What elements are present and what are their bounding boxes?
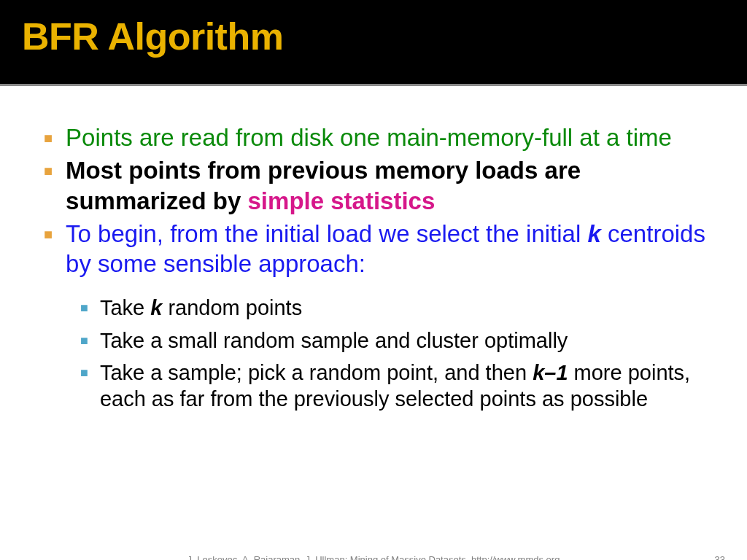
slide: BFR Algorithm ■ Points are read from dis… xyxy=(0,0,747,560)
title-bar: BFR Algorithm xyxy=(0,0,747,84)
sub-bullet-marker-icon: ■ xyxy=(80,333,88,349)
bullet-marker-icon: ■ xyxy=(44,163,53,179)
sub-3-a: Take a sample; pick a random point, and … xyxy=(100,361,533,384)
bullet-2-text: Most points from previous memory loads a… xyxy=(66,155,718,216)
page-number: 33 xyxy=(715,554,725,560)
bullet-marker-icon: ■ xyxy=(44,130,53,147)
sub-1-k: k xyxy=(150,296,162,319)
bullet-3-text: To begin, from the initial load we selec… xyxy=(66,219,718,279)
sub-bullet-2: ■ Take a small random sample and cluster… xyxy=(80,327,718,354)
sub-bullet-marker-icon: ■ xyxy=(80,300,88,316)
bullet-1-text: Points are read from disk one main-memor… xyxy=(66,122,672,152)
bullet-3-part-a: To begin, from the initial load we selec… xyxy=(66,220,587,247)
sub-bullet-1: ■ Take k random points xyxy=(80,295,718,321)
slide-title: BFR Algorithm xyxy=(22,15,725,58)
sub-bullet-3-text: Take a sample; pick a random point, and … xyxy=(100,359,718,413)
bullet-3: ■ To begin, from the initial load we sel… xyxy=(44,219,718,279)
bullet-2-part-b: simple statistics xyxy=(248,187,436,214)
sub-bullet-2-text: Take a small random sample and cluster o… xyxy=(100,327,568,354)
sub-bullets: ■ Take k random points ■ Take a small ra… xyxy=(44,295,718,412)
sub-3-k: k–1 xyxy=(533,361,568,384)
sub-1-b: random points xyxy=(162,296,302,319)
sub-bullet-3: ■ Take a sample; pick a random point, an… xyxy=(80,359,718,413)
content-area: ■ Points are read from disk one main-mem… xyxy=(0,86,747,412)
sub-1-a: Take xyxy=(100,296,150,319)
sub-bullet-marker-icon: ■ xyxy=(80,365,88,381)
bullet-3-k: k xyxy=(587,220,600,247)
sub-bullet-1-text: Take k random points xyxy=(100,295,302,321)
bullet-marker-icon: ■ xyxy=(44,226,53,243)
bullet-2: ■ Most points from previous memory loads… xyxy=(44,155,718,216)
footer-citation: J. Leskovec, A. Rajaraman, J. Ullman: Mi… xyxy=(187,554,560,560)
bullet-1: ■ Points are read from disk one main-mem… xyxy=(44,122,718,152)
